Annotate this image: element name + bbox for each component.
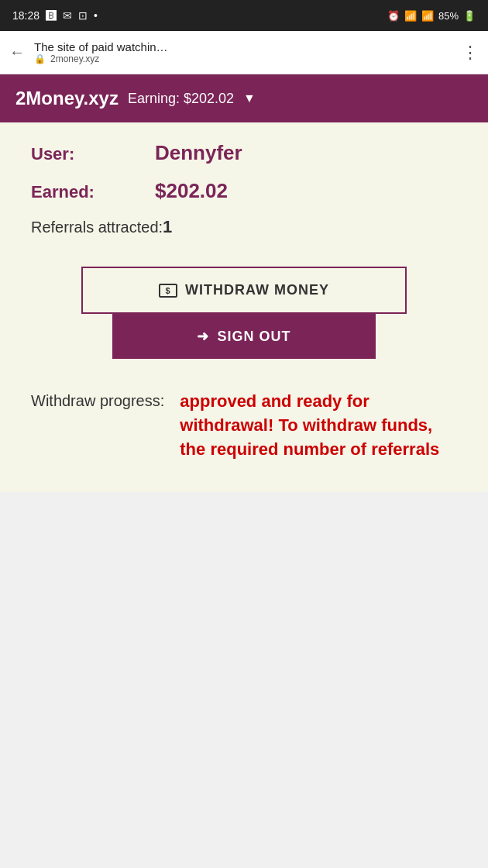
email-icon: ✉ — [63, 9, 72, 22]
browser-url: 🔒 2money.xyz — [34, 53, 452, 64]
battery-icon: 🔋 — [463, 10, 476, 22]
signout-icon: ➜ — [197, 328, 209, 345]
wifi-icon: 📶 — [404, 10, 417, 22]
signal-icon: 📶 — [421, 10, 434, 22]
earning-dropdown-icon[interactable]: ▼ — [243, 91, 256, 105]
bt-icon: 🅱 — [46, 9, 57, 22]
url-text: 2money.xyz — [50, 53, 99, 64]
status-time: 18:28 — [12, 9, 40, 22]
withdraw-button[interactable]: WITHDRAW MONEY — [81, 267, 407, 314]
user-value: Dennyfer — [155, 141, 242, 165]
stats-card: User: Dennyfer Earned: $202.02 Referrals… — [0, 122, 488, 259]
withdraw-progress-section: Withdraw progress: approved and ready fo… — [0, 374, 488, 477]
status-left: 18:28 🅱 ✉ ⊡ • — [12, 9, 98, 22]
earned-label: Earned: — [31, 182, 155, 202]
referrals-row: Referrals attracted: 1 — [31, 217, 457, 237]
app-brand: 2Money.xyz — [15, 88, 119, 109]
back-button[interactable]: ← — [9, 43, 25, 61]
main-content: User: Dennyfer Earned: $202.02 Referrals… — [0, 122, 488, 492]
browser-title: The site of paid watchin… — [34, 40, 452, 53]
referrals-value: 1 — [163, 217, 172, 237]
earned-row: Earned: $202.02 — [31, 179, 457, 203]
dot-icon: • — [94, 9, 98, 22]
alarm-icon: ⏰ — [387, 10, 400, 22]
battery-text: 85% — [438, 10, 459, 22]
browser-menu-button[interactable]: ⋮ — [462, 43, 479, 63]
buttons-area: WITHDRAW MONEY ➜ SIGN OUT — [0, 259, 488, 374]
screen-icon: ⊡ — [78, 9, 88, 22]
withdraw-progress-label: Withdraw progress: — [31, 390, 164, 412]
browser-bar: ← The site of paid watchin… 🔒 2money.xyz… — [0, 31, 488, 74]
signout-button[interactable]: ➜ SIGN OUT — [112, 314, 376, 359]
withdraw-progress-status: approved and ready for withdrawal! To wi… — [180, 390, 457, 461]
browser-title-area: The site of paid watchin… 🔒 2money.xyz — [34, 40, 452, 64]
referrals-label: Referrals attracted: — [31, 219, 163, 236]
earned-value: $202.02 — [155, 179, 228, 203]
lock-icon: 🔒 — [34, 53, 46, 64]
app-earning-label: Earning: $202.02 — [128, 91, 234, 107]
cash-icon — [159, 284, 177, 298]
status-bar: 18:28 🅱 ✉ ⊡ • ⏰ 📶 📶 85% 🔋 — [0, 0, 488, 31]
user-label: User: — [31, 144, 155, 164]
app-header: 2Money.xyz Earning: $202.02 ▼ — [0, 74, 488, 122]
status-right: ⏰ 📶 📶 85% 🔋 — [387, 10, 476, 22]
user-row: User: Dennyfer — [31, 141, 457, 165]
